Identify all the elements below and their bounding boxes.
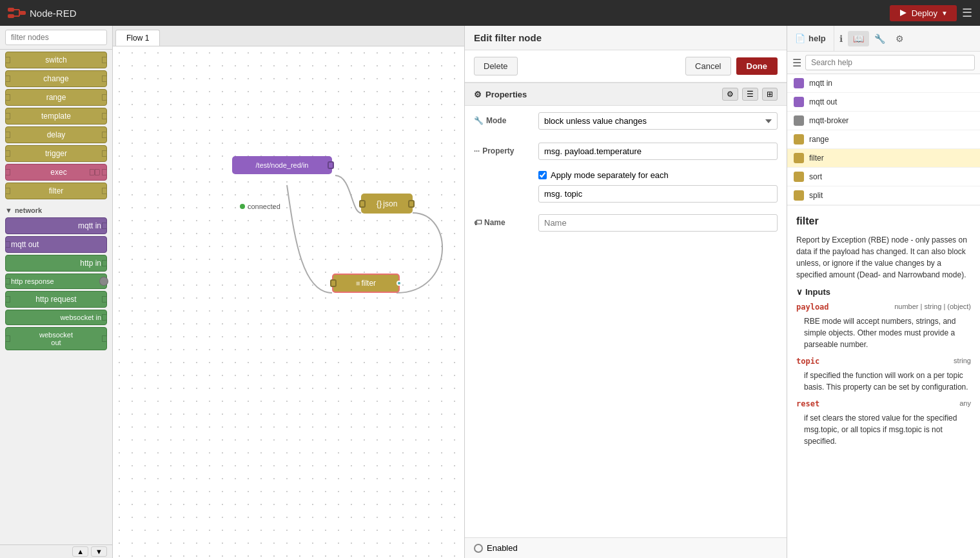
mode-label: 🔧 Mode <box>474 112 532 125</box>
help-node-split[interactable]: split <box>787 186 980 205</box>
network-section-label: ▼ network <box>0 201 112 215</box>
help-panel: 📄 help ℹ 📖 🔧 ⚙ ☰ mqtt in mqtt out mqtt- <box>787 26 980 558</box>
palette-node-range[interactable]: range <box>5 89 107 106</box>
help-filter-description: Report by Exception (RBE) node - only pa… <box>796 234 971 281</box>
section-settings-icon[interactable]: ⚙ <box>722 88 738 101</box>
svg-rect-1 <box>8 14 14 18</box>
palette-nodes-list: switch change range template delay <box>0 50 112 544</box>
palette-node-websocket-out[interactable]: websocket out <box>5 327 107 350</box>
edit-panel-footer: Enabled <box>465 537 787 558</box>
list-icon: ☰ <box>792 57 801 69</box>
mqtt-in-icon <box>794 78 804 88</box>
apply-mode-checkbox[interactable] <box>538 171 547 179</box>
enabled-indicator <box>474 544 483 553</box>
palette-search-input[interactable] <box>5 30 107 45</box>
help-payload-desc: RBE mode will accept numbers, strings, a… <box>796 315 971 350</box>
palette-node-template[interactable]: template <box>5 108 107 125</box>
help-toolbar: ☰ <box>787 52 980 74</box>
flow-tab-1[interactable]: Flow 1 <box>115 30 160 46</box>
mode-field-content: block unless value changes block unless … <box>538 112 778 130</box>
help-book-btn[interactable]: 📖 <box>848 31 869 46</box>
palette-node-websocket-in[interactable]: websocket in <box>5 310 107 325</box>
filter-icon <box>794 153 804 163</box>
app-logo: Node-RED <box>8 6 77 20</box>
help-nodes-list: mqtt in mqtt out mqtt-broker range filte… <box>787 74 980 206</box>
help-content: filter Report by Exception (RBE) node - … <box>787 206 980 558</box>
canvas-wires <box>113 46 464 558</box>
palette-node-mqtt-out[interactable]: mqtt out <box>5 236 107 253</box>
section-appearance-icon[interactable]: ⊞ <box>762 88 778 101</box>
main-layout: switch change range template delay <box>0 26 980 558</box>
topic-input[interactable] <box>538 185 778 203</box>
help-node-range[interactable]: range <box>787 130 980 149</box>
mqtt-out-icon <box>794 97 804 107</box>
menu-button[interactable]: ☰ <box>962 6 972 20</box>
edit-panel-body: ⚙ Properties ⚙ ☰ ⊞ 🔧 Mode block unless v… <box>465 83 787 537</box>
deploy-button[interactable]: Deploy ▼ <box>890 5 957 21</box>
help-param-topic: topic string <box>796 355 971 367</box>
palette-scroll-up[interactable]: ▲ <box>72 546 88 557</box>
help-topic-desc: if specified the function will work on a… <box>796 370 971 393</box>
topbar: Node-RED Deploy ▼ ☰ <box>0 0 980 26</box>
help-filter-title: filter <box>796 214 971 229</box>
mode-select[interactable]: block unless value changes block unless … <box>538 112 778 130</box>
property-input[interactable] <box>538 143 778 160</box>
palette-node-trigger[interactable]: trigger <box>5 145 107 162</box>
property-field-content <box>538 143 778 160</box>
palette-node-change[interactable]: change <box>5 70 107 87</box>
status-dot-green <box>240 204 245 209</box>
palette-node-mqtt-in[interactable]: mqtt in <box>5 217 107 234</box>
cancel-button[interactable]: Cancel <box>685 57 730 75</box>
topbar-right: Deploy ▼ ☰ <box>890 5 972 21</box>
help-node-sort[interactable]: sort <box>787 168 980 186</box>
property-label: ··· Property <box>474 143 532 155</box>
help-search-input[interactable] <box>805 55 975 70</box>
svg-rect-6 <box>19 11 26 15</box>
help-node-mqtt-out[interactable]: mqtt out <box>787 93 980 112</box>
name-field: 🏷 Name <box>465 208 787 238</box>
mqtt-broker-icon <box>794 115 804 126</box>
help-node-mqtt-in[interactable]: mqtt in <box>787 74 980 93</box>
edit-panel: Edit filter node Delete Cancel Done ⚙ Pr… <box>464 26 787 558</box>
name-label: 🏷 Name <box>474 214 532 227</box>
section-icon-group: ⚙ ☰ ⊞ <box>722 88 778 101</box>
help-info-btn[interactable]: ℹ <box>834 31 848 46</box>
delete-button[interactable]: Delete <box>474 57 518 75</box>
help-param-reset: reset any <box>796 398 971 410</box>
node-palette: switch change range template delay <box>0 26 113 558</box>
split-icon <box>794 190 804 201</box>
palette-node-exec[interactable]: exec <box>5 164 107 181</box>
edit-panel-title: Edit filter node <box>465 26 787 50</box>
canvas-node-json[interactable]: {} json <box>361 194 413 214</box>
palette-node-filter[interactable]: filter <box>5 183 107 199</box>
section-description-icon[interactable]: ☰ <box>742 88 758 101</box>
deploy-caret: ▼ <box>941 10 948 17</box>
palette-node-delay[interactable]: delay <box>5 126 107 143</box>
mode-field: 🔧 Mode block unless value changes block … <box>465 106 787 136</box>
palette-node-switch[interactable]: switch <box>5 52 107 68</box>
connected-status: connected <box>240 203 280 210</box>
done-button[interactable]: Done <box>736 57 778 75</box>
apply-mode-label[interactable]: Apply mode separately for each <box>551 170 669 180</box>
help-reset-desc: if set clears the stored value for the s… <box>796 412 971 447</box>
canvas-node-mqtt[interactable]: /test/node_red/in <box>232 156 332 174</box>
range-icon <box>794 134 804 144</box>
apply-mode-row: Apply mode separately for each <box>538 168 778 183</box>
help-panel-header: 📄 help ℹ 📖 🔧 ⚙ <box>787 26 980 52</box>
inputs-section-header: ∨ Inputs <box>796 286 971 299</box>
apply-mode-section: Apply mode separately for each <box>465 166 787 208</box>
name-input[interactable] <box>538 214 778 232</box>
canvas-node-filter[interactable]: ≡ filter <box>332 274 400 293</box>
palette-node-http-request[interactable]: http request <box>5 291 107 308</box>
help-settings-btn[interactable]: ⚙ <box>890 31 909 46</box>
palette-scroll-down[interactable]: ▼ <box>91 546 107 557</box>
help-node-mqtt-broker[interactable]: mqtt-broker <box>787 112 980 130</box>
help-tab-title: 📄 help <box>787 26 834 51</box>
help-node-filter[interactable]: filter <box>787 149 980 168</box>
flow-tabs: Flow 1 <box>113 26 464 46</box>
palette-node-http-response[interactable]: http response <box>5 274 107 289</box>
app-title: Node-RED <box>30 8 77 19</box>
help-wrench-btn[interactable]: 🔧 <box>869 31 890 46</box>
flow-canvas[interactable]: /test/node_red/in connected {} json ≡ fi… <box>113 46 464 558</box>
palette-node-http-in[interactable]: http in <box>5 255 107 272</box>
